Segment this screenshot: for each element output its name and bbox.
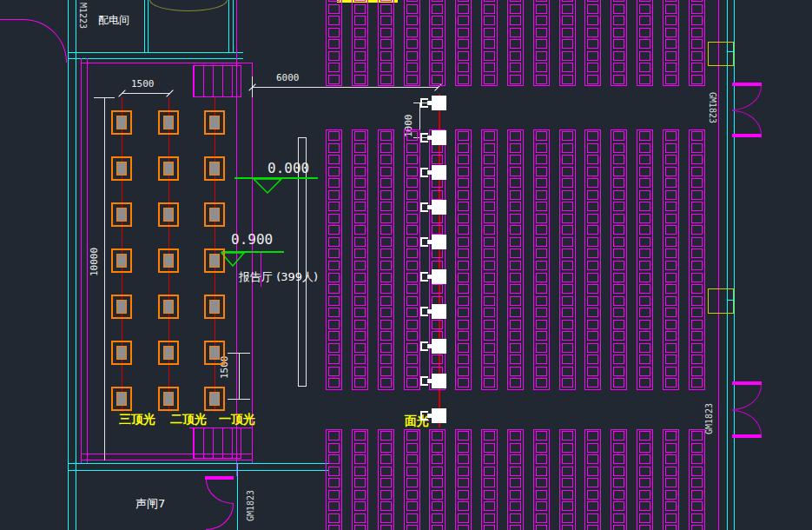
seat (354, 308, 366, 317)
seat (354, 178, 366, 188)
seat-strip-rear (611, 429, 627, 530)
seat-strip-rear (481, 429, 498, 530)
face-light-body (432, 201, 446, 214)
seat (639, 261, 650, 270)
seat (380, 75, 392, 84)
face-light-fixture (420, 165, 450, 180)
seat (328, 28, 340, 37)
seat (510, 261, 521, 270)
dim-line (122, 93, 169, 94)
wall-line (233, 0, 234, 52)
seat (458, 490, 469, 500)
seat (639, 454, 650, 464)
seat (691, 320, 703, 329)
seat (484, 248, 495, 258)
stairs (193, 65, 241, 97)
seat (458, 155, 469, 164)
stage-light-fixture (111, 110, 132, 135)
seat (562, 131, 573, 141)
seat (665, 343, 677, 353)
hall-label: 报告厅 (399人) (239, 269, 318, 285)
seat (380, 478, 392, 487)
seat (354, 343, 366, 353)
seat (665, 501, 677, 511)
seat (354, 454, 366, 464)
seat (639, 367, 650, 376)
stage-light-lens (116, 392, 127, 406)
seat (665, 214, 677, 223)
seat (484, 343, 495, 353)
seat (562, 431, 573, 441)
seat (536, 155, 547, 164)
seat (406, 143, 418, 153)
seat (354, 28, 366, 37)
seat (562, 261, 573, 270)
seat (432, 225, 443, 235)
seat (613, 378, 624, 388)
seat-strip-rear (533, 429, 550, 530)
seat (406, 284, 418, 294)
seat (536, 320, 547, 329)
face-light-body (432, 166, 446, 179)
seat (613, 284, 624, 294)
seat (484, 443, 495, 453)
stage-light-lens (116, 208, 127, 222)
stage-light-fixture (204, 387, 225, 411)
seat (458, 501, 469, 511)
stage-light-fixture (111, 248, 132, 273)
seat (510, 51, 521, 61)
seat (536, 237, 547, 247)
stage-light-fixture (158, 248, 179, 273)
seat (587, 378, 598, 388)
stage-light-fixture (111, 295, 132, 319)
door-swing-arc (206, 504, 234, 530)
seat (510, 167, 521, 176)
seat (562, 63, 573, 72)
seat (458, 296, 469, 306)
seat (510, 354, 521, 364)
seat (406, 331, 418, 341)
seat (484, 237, 495, 247)
seat (613, 225, 624, 235)
level-text-stage: 0.900 (231, 231, 273, 248)
cad-canvas[interactable]: 1500 6000 1000 10000 1500 0.000 0.900 配电… (0, 0, 812, 530)
seat (432, 354, 443, 364)
seat (328, 354, 340, 364)
seat (484, 490, 495, 500)
seat (406, 378, 418, 388)
seat (406, 296, 418, 306)
seat (484, 214, 495, 223)
seat-strip-main (455, 129, 472, 390)
seat (613, 143, 624, 153)
wall-line (81, 460, 253, 460)
seat (665, 320, 677, 329)
seat (510, 143, 521, 153)
seat (691, 131, 703, 141)
stage-light-lens (163, 346, 174, 360)
seat (380, 354, 392, 364)
dim-text-stage-grid: 1500 (131, 78, 155, 89)
face-light-fixture (420, 235, 450, 249)
seat (691, 467, 703, 476)
seat (484, 51, 495, 61)
seat (562, 75, 573, 84)
seat (328, 16, 340, 25)
seat (458, 190, 469, 200)
seat (536, 143, 547, 153)
seat (354, 51, 366, 61)
seat-strip-balcony (507, 0, 524, 86)
face-light-fixture (420, 304, 450, 319)
seat (406, 202, 418, 211)
seat (587, 501, 598, 511)
seat (354, 190, 366, 200)
seat (639, 0, 650, 2)
seat (587, 490, 598, 500)
seat (510, 343, 521, 353)
seat (328, 273, 340, 282)
seat (458, 478, 469, 487)
seat (613, 178, 624, 188)
power-room-label: 配电间 (98, 13, 129, 28)
seat (458, 525, 469, 530)
seat (691, 354, 703, 364)
seat (354, 331, 366, 341)
